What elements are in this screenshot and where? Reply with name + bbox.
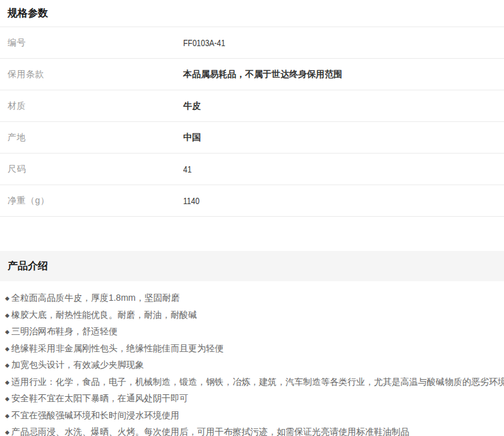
- spec-section-title: 规格参数: [0, 0, 504, 27]
- intro-item-text: 橡胶大底，耐热性能优良。耐磨，耐油，耐酸碱: [11, 310, 197, 320]
- net-weight-value: 1140: [183, 195, 200, 206]
- intro-list-item: ◆绝缘鞋采用非金属刚性包头，绝缘性能佳而且更为轻便: [5, 340, 504, 357]
- intro-list-item: ◆三明治网布鞋身，舒适轻便: [5, 323, 504, 340]
- spec-row-label: 保用条款: [0, 69, 183, 80]
- intro-list-item: ◆不宜在强酸强碱环境和长时间浸水环境使用: [5, 407, 504, 424]
- spec-row-label: 净重（g）: [0, 195, 183, 207]
- spec-row-material: 材质 牛皮: [0, 90, 504, 122]
- intro-section-title: 产品介绍: [0, 251, 504, 281]
- spec-row-value: 1140: [183, 195, 504, 206]
- intro-item-text: 全粒面高品质牛皮，厚度1.8mm，坚固耐磨: [11, 293, 180, 303]
- intro-list-item: ◆加宽包头设计，有效减少夹脚现象: [5, 356, 504, 373]
- spec-row-label: 产地: [0, 132, 183, 143]
- intro-item-text: 绝缘鞋采用非金属刚性包头，绝缘性能佳而且更为轻便: [11, 343, 224, 353]
- diamond-bullet-icon: ◆: [5, 290, 9, 307]
- intro-list-item: ◆产品忌雨浸、水洗、爆晒、火烤。每次使用后，可用干布擦拭污迹，如需保证光亮请使用…: [5, 423, 504, 436]
- item-number-value: FF0103A-41: [183, 37, 225, 48]
- intro-item-text: 安全鞋不宜在太阳下暴晒，在通风处阴干即可: [11, 393, 188, 403]
- intro-item-text: 产品忌雨浸、水洗、爆晒、火烤。每次使用后，可用干布擦拭污迹，如需保证光亮请使用标…: [11, 427, 409, 436]
- spec-section: 规格参数 编号 FF0103A-41 保用条款 本品属易耗品，不属于世达终身保用…: [0, 0, 504, 217]
- spec-row-warranty: 保用条款 本品属易耗品，不属于世达终身保用范围: [0, 59, 504, 90]
- diamond-bullet-icon: ◆: [5, 341, 9, 358]
- diamond-bullet-icon: ◆: [5, 391, 9, 408]
- diamond-bullet-icon: ◆: [5, 357, 9, 374]
- spec-row-label: 材质: [0, 100, 183, 112]
- intro-list-item: ◆适用行业：化学，食品，电子，机械制造，锻造，钢铁，冶炼，建筑，汽车制造等各类行…: [5, 373, 504, 391]
- spec-row-value: 本品属易耗品，不属于世达终身保用范围: [183, 69, 504, 80]
- intro-list-item: ◆全粒面高品质牛皮，厚度1.8mm，坚固耐磨: [5, 289, 504, 306]
- spec-row-value: 中国: [183, 132, 504, 143]
- diamond-bullet-icon: ◆: [5, 307, 9, 324]
- intro-item-text: 不宜在强酸强碱环境和长时间浸水环境使用: [11, 410, 179, 420]
- intro-item-text: 三明治网布鞋身，舒适轻便: [11, 326, 117, 336]
- intro-section: 产品介绍 ◆全粒面高品质牛皮，厚度1.8mm，坚固耐磨 ◆橡胶大底，耐热性能优良…: [0, 251, 504, 436]
- diamond-bullet-icon: ◆: [5, 374, 9, 391]
- intro-list-item: ◆安全鞋不宜在太阳下暴晒，在通风处阴干即可: [5, 390, 504, 407]
- spec-row-size: 尺码 41: [0, 154, 504, 185]
- spec-row-label: 尺码: [0, 164, 183, 175]
- size-value: 41: [183, 164, 191, 174]
- spec-row-value: FF0103A-41: [183, 37, 504, 48]
- intro-item-text: 加宽包头设计，有效减少夹脚现象: [11, 360, 144, 370]
- intro-list-item: ◆橡胶大底，耐热性能优良。耐磨，耐油，耐酸碱: [5, 306, 504, 324]
- intro-item-text: 适用行业：化学，食品，电子，机械制造，锻造，钢铁，冶炼，建筑，汽车制造等各类行业…: [11, 377, 504, 387]
- spec-row-value: 41: [183, 164, 504, 174]
- intro-list: ◆全粒面高品质牛皮，厚度1.8mm，坚固耐磨 ◆橡胶大底，耐热性能优良。耐磨，耐…: [0, 281, 504, 436]
- spec-row-origin: 产地 中国: [0, 122, 504, 154]
- spec-row-item-number: 编号 FF0103A-41: [0, 27, 504, 59]
- diamond-bullet-icon: ◆: [5, 424, 9, 436]
- diamond-bullet-icon: ◆: [5, 324, 9, 341]
- product-detail-page: 规格参数 编号 FF0103A-41 保用条款 本品属易耗品，不属于世达终身保用…: [0, 0, 504, 436]
- spec-row-net-weight: 净重（g） 1140: [0, 185, 504, 217]
- section-gap: [0, 217, 504, 251]
- spec-table: 编号 FF0103A-41 保用条款 本品属易耗品，不属于世达终身保用范围 材质…: [0, 27, 504, 217]
- spec-row-value: 牛皮: [183, 100, 504, 112]
- spec-row-label: 编号: [0, 37, 183, 49]
- diamond-bullet-icon: ◆: [5, 408, 9, 425]
